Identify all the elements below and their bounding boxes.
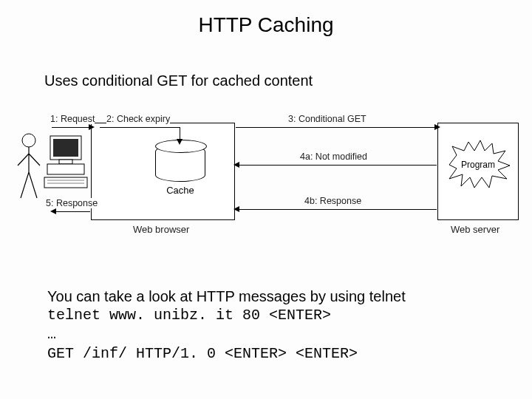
arrow-2-label: 2: Check expiry: [106, 114, 170, 124]
program-label: Program: [461, 160, 495, 170]
svg-rect-2: [53, 139, 78, 157]
arrow-1: [52, 127, 90, 128]
footer-line-2: telnet www. unibz. it 80 <ENTER>: [47, 306, 406, 325]
arrow-4a: [238, 165, 437, 166]
program-burst: Program: [449, 146, 507, 183]
svg-point-0: [22, 134, 35, 147]
svg-rect-5: [44, 177, 87, 188]
arrow-4b-label: 4b: Response: [304, 196, 361, 206]
arrow-3: [236, 127, 437, 128]
svg-rect-3: [59, 160, 72, 164]
cache-cylinder: Cache: [155, 145, 205, 196]
footer-line-4: GET /inf/ HTTP/1. 0 <ENTER> <ENTER>: [47, 344, 406, 364]
arrow-4a-label: 4a: Not modified: [300, 151, 367, 162]
arrow-4b: [238, 209, 437, 210]
arrow-5: [55, 211, 90, 212]
cache-label: Cache: [155, 185, 205, 196]
footer-line-3: …: [47, 325, 406, 344]
arrow-1-label: 1: Request: [50, 114, 95, 124]
footer-line-1: You can take a look at HTTP messages by …: [47, 287, 406, 306]
user-icon: [12, 132, 46, 205]
arrow-2-h: [100, 127, 180, 128]
svg-rect-4: [47, 164, 84, 174]
web-server-label: Web server: [451, 224, 499, 235]
caching-diagram: Web browser Cache Web server Program 1: …: [7, 117, 525, 246]
web-browser-label: Web browser: [133, 224, 189, 235]
footer-text: You can take a look at HTTP messages by …: [47, 287, 406, 364]
computer-icon: [43, 134, 89, 182]
arrow-5-label: 5: Response: [46, 198, 98, 208]
page-title: HTTP Caching: [0, 0, 532, 37]
arrow-3-label: 3: Conditional GET: [288, 114, 366, 124]
page-subtitle: Uses conditional GET for cached content: [0, 37, 532, 89]
